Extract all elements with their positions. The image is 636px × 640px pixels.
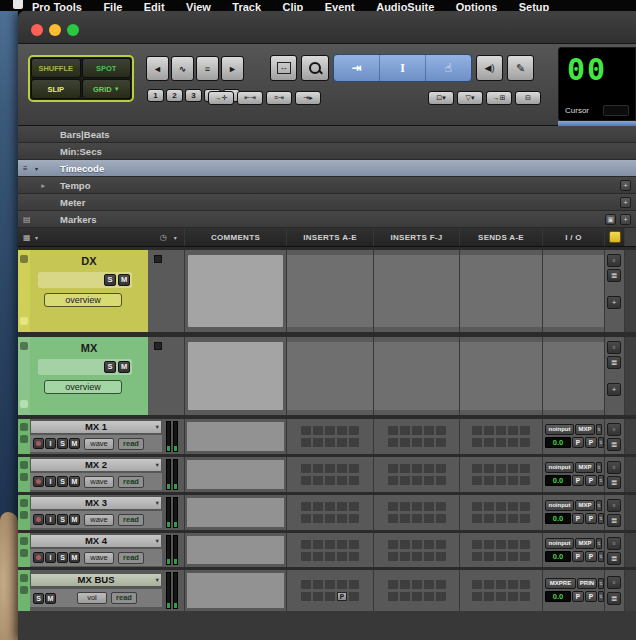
audio-zoom-button[interactable]: ∿ xyxy=(171,56,194,81)
ruler-meter[interactable]: Meter + xyxy=(18,194,636,211)
automation-follows-edit-button[interactable]: ▽▾ xyxy=(457,91,483,105)
track-name-block[interactable]: DX S M overview xyxy=(30,250,148,332)
send-slots[interactable] xyxy=(472,552,530,561)
pan-selector-icon[interactable]: ⇅ xyxy=(598,513,604,524)
marker-flag-icon[interactable] xyxy=(609,231,621,243)
folder-icon[interactable] xyxy=(20,317,28,325)
track-color-tab[interactable] xyxy=(18,457,30,492)
insert-slots[interactable] xyxy=(301,580,359,589)
automation-mode-button[interactable]: read xyxy=(118,476,144,488)
send-slots[interactable] xyxy=(472,438,530,447)
mute-button[interactable]: M xyxy=(69,514,80,525)
output-path-button[interactable]: MXP xyxy=(575,424,595,435)
menu-edit[interactable]: Edit xyxy=(144,1,165,12)
insert-plugin-button[interactable]: P xyxy=(337,592,347,601)
insertion-follows-playback-button[interactable]: ⇥▸ xyxy=(295,91,321,105)
markers-view-button[interactable]: ▣ xyxy=(605,214,616,225)
automation-lanes-icon-button[interactable]: ≣ xyxy=(607,269,621,282)
menu-audiosuite[interactable]: AudioSuite xyxy=(376,1,434,12)
playlist-icon-button[interactable]: ▫ xyxy=(607,576,621,589)
menu-view[interactable]: View xyxy=(186,1,211,12)
comments-block[interactable] xyxy=(187,498,284,527)
automation-lanes-icon-button[interactable]: ≣ xyxy=(607,514,621,527)
track-name[interactable]: MX 4 xyxy=(31,535,161,546)
insert-slots[interactable] xyxy=(388,514,446,523)
send-slots[interactable] xyxy=(472,426,530,435)
track-name-strip[interactable]: MX 1 ▼ xyxy=(30,420,162,434)
track-options-arrow-icon[interactable]: ▼ xyxy=(155,500,160,506)
spot-mode-button[interactable]: SPOT xyxy=(82,58,132,78)
track-color-tab[interactable] xyxy=(18,250,30,332)
record-arm-button[interactable] xyxy=(33,476,44,487)
insert-slots[interactable] xyxy=(388,476,446,485)
add-tempo-event-button[interactable]: + xyxy=(620,180,631,191)
track-name[interactable]: MX 3 xyxy=(31,497,161,508)
pan-left-button[interactable]: P xyxy=(572,437,584,448)
shuffle-mode-button[interactable]: SHUFFLE xyxy=(31,58,81,78)
minimize-window-button[interactable] xyxy=(49,24,61,36)
track-options-arrow-icon[interactable]: ▼ xyxy=(155,577,160,583)
automation-mode-button[interactable]: read xyxy=(118,438,144,450)
ruler-tempo[interactable]: ► Tempo + xyxy=(18,177,636,194)
track-name-strip[interactable]: MX BUS ▼ xyxy=(30,573,162,587)
ruler-min-secs[interactable]: Min:Secs xyxy=(18,143,636,160)
inserts-fj-cell[interactable] xyxy=(374,250,460,332)
record-arm-button[interactable] xyxy=(33,514,44,525)
track-lane[interactable] xyxy=(625,337,636,415)
track-lane[interactable] xyxy=(625,457,636,492)
output-path-button[interactable]: PRIN xyxy=(577,578,597,589)
insert-slots[interactable] xyxy=(388,592,446,601)
playlist-icon-button[interactable]: ▫ xyxy=(607,423,621,436)
send-slots[interactable] xyxy=(472,580,530,589)
volume-readout[interactable]: 0.0 xyxy=(545,513,571,524)
output-path-button[interactable]: MXP xyxy=(575,538,595,549)
comments-cell[interactable] xyxy=(185,495,287,530)
track-state-icon[interactable] xyxy=(20,549,28,557)
insert-slots[interactable] xyxy=(301,438,359,447)
close-window-button[interactable] xyxy=(31,24,43,36)
send-slots[interactable] xyxy=(472,502,530,511)
timebase-dropdown-icon[interactable]: ▾ xyxy=(174,234,177,241)
track-name-strip[interactable]: MX 2 ▼ xyxy=(30,458,162,472)
insert-slots[interactable] xyxy=(388,540,446,549)
solo-button[interactable]: S xyxy=(57,514,68,525)
grid-mode-button[interactable]: GRID▼ xyxy=(82,79,132,99)
track-color-tab[interactable] xyxy=(18,419,30,454)
sends-ae-cell[interactable] xyxy=(460,250,543,332)
pan-left-button[interactable]: P xyxy=(572,591,584,602)
selector-tool-button[interactable]: I xyxy=(380,55,426,81)
mute-button[interactable]: M xyxy=(118,274,130,286)
zoom-window-button[interactable] xyxy=(67,24,79,36)
track-view-selector[interactable]: wave xyxy=(84,514,114,526)
zoom-in-button[interactable]: ► xyxy=(221,56,244,81)
menu-event[interactable]: Event xyxy=(325,1,355,12)
timecode-menu-icon[interactable]: ≡ xyxy=(23,164,28,173)
solo-button[interactable]: S xyxy=(57,476,68,487)
menu-pro-tools[interactable]: Pro Tools xyxy=(32,1,82,12)
send-slots[interactable] xyxy=(472,464,530,473)
sends-ae-cell[interactable] xyxy=(460,337,543,415)
automation-lanes-icon-button[interactable]: ≣ xyxy=(607,356,621,369)
input-monitor-button[interactable]: I xyxy=(45,514,56,525)
pan-left-button[interactable]: P xyxy=(572,551,584,562)
track-color-tab[interactable] xyxy=(18,570,30,611)
track-state-icon[interactable] xyxy=(20,499,28,507)
tab-to-transient-button[interactable]: →✛ xyxy=(208,91,234,105)
track-view-selector[interactable]: wave xyxy=(84,438,114,450)
output-selector-icon[interactable]: ⇅ xyxy=(596,538,602,549)
insert-slots[interactable] xyxy=(388,502,446,511)
add-marker-button[interactable]: + xyxy=(620,214,631,225)
volume-readout[interactable]: 0.0 xyxy=(545,475,571,486)
automation-lanes-icon-button[interactable]: ≣ xyxy=(607,476,621,489)
output-path-button[interactable]: MXP xyxy=(575,500,595,511)
comments-cell[interactable] xyxy=(185,570,287,611)
pan-right-button[interactable]: P xyxy=(585,591,597,602)
output-selector-icon[interactable]: ⇅ xyxy=(596,500,602,511)
track-lane[interactable] xyxy=(625,533,636,567)
column-header-sends-ae[interactable]: SENDS A-E xyxy=(460,228,543,246)
smart-tool-cluster[interactable]: ⇥ I ☝ xyxy=(333,54,472,82)
ruler-timecode[interactable]: ≡ ▾ Timecode xyxy=(18,160,636,177)
pan-selector-icon[interactable]: ⇅ xyxy=(598,551,604,562)
trim-tool-button[interactable]: ⇥ xyxy=(334,55,380,81)
insert-slots[interactable] xyxy=(301,426,359,435)
